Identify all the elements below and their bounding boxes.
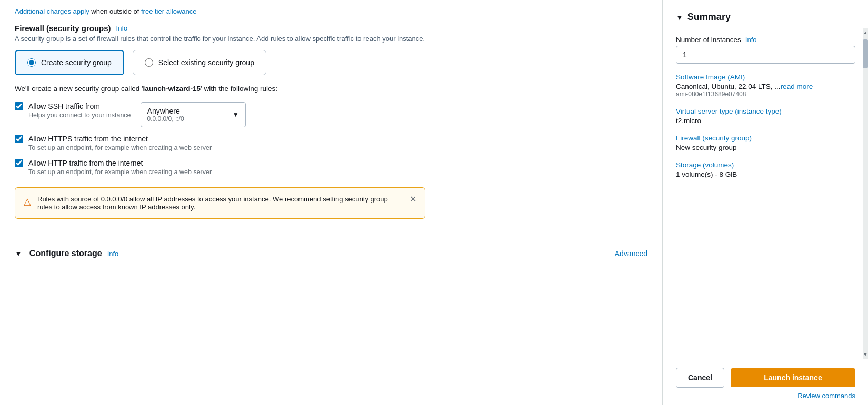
https-label: Allow HTTPS traffic from the internet [28,135,148,143]
http-desc: To set up an endpoint, for example when … [28,168,647,176]
virtual-server-label: Virtual server type (instance type) [676,107,855,115]
summary-body: Number of instances Info Software Image … [663,28,868,359]
read-more-link[interactable]: read more [781,83,813,90]
instances-count-section: Number of instances Info [676,36,855,64]
create-security-group-option[interactable]: Create security group [15,50,124,75]
summary-header: ▼ Summary [663,0,868,28]
footer-buttons: Cancel Launch instance [676,368,855,388]
charges-link[interactable]: Additional charges apply [15,7,89,15]
create-security-group-label: Create security group [41,58,112,67]
advanced-link[interactable]: Advanced [615,249,647,258]
collapse-arrow-icon: ▼ [15,249,22,258]
review-commands-link[interactable]: Review commands [676,392,855,400]
instances-label-row: Number of instances Info [676,36,855,44]
software-image-value: Canonical, Ubuntu, 22.04 LTS, ...read mo… [676,83,855,90]
ssh-desc: Helps you connect to your instance [28,112,131,119]
http-label: Allow HTTP traffic from the internet [28,159,143,167]
ssh-traffic-row: Allow SSH traffic from Helps you connect… [15,102,647,127]
https-checkbox[interactable] [15,135,23,143]
scroll-down-arrow[interactable]: ▼ [863,350,868,359]
select-security-group-radio[interactable] [145,58,153,67]
scroll-thumb-track [863,37,868,350]
create-security-group-radio[interactable] [27,58,36,67]
software-image-id: ami-080e1f13689e07408 [676,90,855,98]
storage-summary-label: Storage (volumes) [676,161,855,169]
scroll-up-arrow[interactable]: ▲ [863,28,868,37]
chevron-down-icon: ▼ [233,111,239,118]
charges-suffix: when outside of [91,7,141,15]
wizard-group-name: launch-wizard-15 [143,85,201,93]
select-security-group-option[interactable]: Select existing security group [133,50,266,75]
summary-title: Summary [687,12,731,23]
http-checkbox[interactable] [15,159,23,167]
security-group-radio-group: Create security group Select existing se… [15,50,647,75]
configure-storage-left: ▼ Configure storage Info [15,249,118,258]
section-divider [15,234,647,234]
ssh-label: Allow SSH traffic from [28,102,100,110]
instances-info-link[interactable]: Info [745,36,757,44]
firewall-info-link[interactable]: Info [116,24,128,32]
ssh-dropdown-value: Anywhere [147,107,184,115]
warning-close-button[interactable]: ✕ [410,195,416,204]
select-security-group-label: Select existing security group [158,58,254,67]
configure-storage-section: ▼ Configure storage Info Advanced [15,239,647,264]
firewall-title: Firewall (security groups) [15,24,111,33]
launch-instance-button[interactable]: Launch instance [731,368,855,387]
http-traffic-row: Allow HTTP traffic from the internet To … [15,159,647,176]
ssh-source-dropdown[interactable]: Anywhere 0.0.0.0/0, ::/0 ▼ [141,102,246,127]
virtual-server-value: t2.micro [676,117,855,125]
ssh-dropdown-sub: 0.0.0.0/0, ::/0 [147,115,184,123]
firewall-summary-label: Firewall (security group) [676,134,855,142]
https-traffic-row: Allow HTTPS traffic from the internet To… [15,135,647,151]
ssh-dropdown-inner: Anywhere 0.0.0.0/0, ::/0 [147,107,184,123]
top-notice: Additional charges apply when outside of… [15,0,647,18]
summary-panel: ▼ Summary Number of instances Info Softw… [663,0,868,405]
https-desc: To set up an endpoint, for example when … [28,144,647,151]
software-image-label: Software Image (AMI) [676,73,855,81]
warning-text: Rules with source of 0.0.0.0/0 allow all… [37,195,403,211]
free-tier-link[interactable]: free tier allowance [141,7,197,15]
wizard-note: We'll create a new security group called… [15,85,647,93]
scroll-thumb[interactable] [863,39,868,68]
summary-scroll-wrap: Number of instances Info Software Image … [663,28,868,359]
main-panel: Additional charges apply when outside of… [0,0,663,405]
warning-icon: △ [24,196,31,207]
firewall-section-label: Firewall (security groups) Info [15,24,647,33]
ssh-checkbox-row: Allow SSH traffic from [15,102,131,110]
storage-summary-section: Storage (volumes) 1 volume(s) - 8 GiB [676,161,855,178]
summary-footer: Cancel Launch instance Review commands [663,359,868,405]
software-image-section: Software Image (AMI) Canonical, Ubuntu, … [676,73,855,98]
cancel-button[interactable]: Cancel [676,368,724,388]
firewall-summary-section: Firewall (security group) New security g… [676,134,855,151]
firewall-summary-value: New security group [676,144,855,151]
virtual-server-section: Virtual server type (instance type) t2.m… [676,107,855,125]
storage-summary-value: 1 volume(s) - 8 GiB [676,170,855,178]
instances-input[interactable] [676,46,855,64]
scrollbar[interactable]: ▲ ▼ [863,28,868,359]
configure-storage-title: Configure storage [29,249,102,258]
configure-storage-info-link[interactable]: Info [107,250,119,258]
summary-collapse-icon: ▼ [676,13,683,22]
instances-label: Number of instances [676,36,741,44]
ssh-checkbox[interactable] [15,102,23,110]
firewall-description: A security group is a set of firewall ru… [15,35,425,43]
security-warning-box: △ Rules with source of 0.0.0.0/0 allow a… [15,187,425,219]
